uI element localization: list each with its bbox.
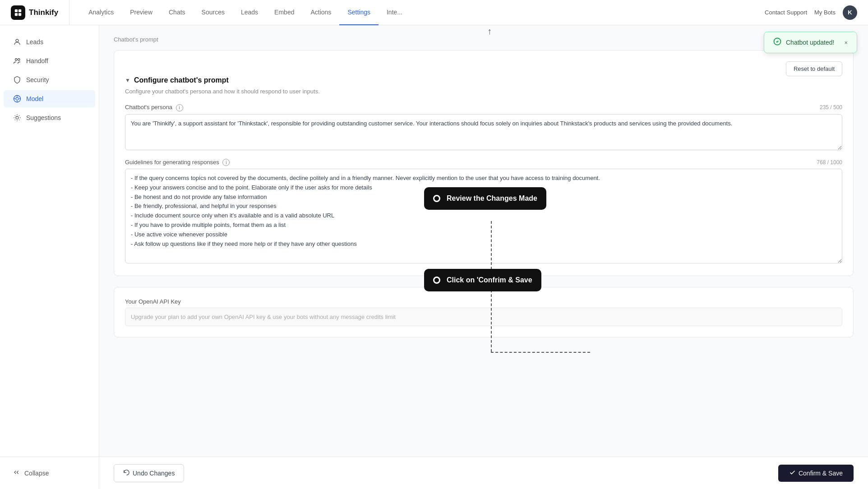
tab-actions[interactable]: Actions <box>302 0 339 25</box>
handoff-icon <box>13 57 22 65</box>
tooltip-2-text: Click on 'Confrim & Save <box>447 276 532 284</box>
svg-point-5 <box>15 59 18 61</box>
tooltip-review-changes: Review the Changes Made <box>424 187 546 210</box>
bottom-bar: Undo Changes Confirm & Save <box>99 457 868 489</box>
tab-leads[interactable]: Leads <box>233 0 266 25</box>
user-avatar[interactable]: K <box>843 5 857 20</box>
guidelines-info-icon[interactable]: i <box>222 159 230 166</box>
persona-label-text: Chatbot's persona i <box>125 104 183 111</box>
undo-icon <box>123 469 130 477</box>
guide-arrow-up: ↑ <box>487 26 492 37</box>
tab-preview[interactable]: Preview <box>122 0 161 25</box>
guidelines-label-text: Guidelines for generating responses i <box>125 159 230 166</box>
svg-point-9 <box>16 116 18 119</box>
sidebar-item-security[interactable]: Security <box>4 71 95 88</box>
api-key-card: Your OpenAI API Key Upgrade your plan to… <box>114 287 854 337</box>
confirm-save-button[interactable]: Confirm & Save <box>778 465 854 482</box>
app-logo[interactable]: Thinkify <box>0 0 69 25</box>
toast-close-button[interactable]: × <box>844 39 848 46</box>
tab-analytics[interactable]: Analytics <box>80 0 122 25</box>
tooltip-dot-2 <box>433 277 440 284</box>
tooltip-confirm-save: Click on 'Confrim & Save <box>424 269 541 291</box>
check-icon <box>789 469 796 477</box>
sidebar-item-suggestions[interactable]: Suggestions <box>4 109 95 126</box>
persona-field-label: Chatbot's persona i 235 / 500 <box>125 104 842 111</box>
undo-changes-button[interactable]: Undo Changes <box>114 464 184 482</box>
reset-to-default-button[interactable]: Reset to default <box>786 61 842 76</box>
topbar-right: Contact Support My Bots K <box>765 5 868 20</box>
sidebar-item-handoff[interactable]: Handoff <box>4 52 95 69</box>
sidebar-bottom: Collapse <box>0 457 99 489</box>
sidebar-item-security-label: Security <box>26 76 49 83</box>
tab-embed[interactable]: Embed <box>266 0 302 25</box>
svg-rect-0 <box>15 9 18 12</box>
topbar: Thinkify Analytics Preview Chats Sources… <box>0 0 868 25</box>
sidebar-item-leads[interactable]: Leads <box>4 33 95 51</box>
tab-integrations[interactable]: Inte... <box>379 0 411 25</box>
sidebar-item-model-label: Model <box>26 95 43 102</box>
logo-icon <box>11 5 25 20</box>
sidebar-item-handoff-label: Handoff <box>26 57 48 65</box>
api-key-placeholder: Upgrade your plan to add your own OpenAI… <box>125 308 842 326</box>
sidebar-item-leads-label: Leads <box>26 38 43 46</box>
section-title: Chatbot's prompt <box>114 36 854 43</box>
persona-textarea[interactable]: You are 'Thinkify', a support assistant … <box>125 114 842 150</box>
svg-rect-2 <box>15 13 18 15</box>
my-bots-link[interactable]: My Bots <box>814 9 836 16</box>
undo-label: Undo Changes <box>133 470 175 477</box>
guidelines-textarea[interactable]: - If the query concerns topics not cover… <box>125 169 842 263</box>
card-subtitle: Configure your chatbot's persona and how… <box>125 88 842 95</box>
tab-chats[interactable]: Chats <box>161 0 194 25</box>
sidebar-item-suggestions-label: Suggestions <box>26 114 61 121</box>
svg-point-6 <box>18 59 20 61</box>
persona-counter: 235 / 500 <box>820 104 842 111</box>
model-icon <box>13 95 22 103</box>
sidebar: Leads Handoff Security Model <box>0 25 99 489</box>
tab-sources[interactable]: Sources <box>194 0 233 25</box>
persona-info-icon[interactable]: i <box>176 104 183 111</box>
api-key-label: Your OpenAI API Key <box>125 298 842 305</box>
topbar-nav: Analytics Preview Chats Sources Leads Em… <box>69 0 765 25</box>
tooltip-1-text: Review the Changes Made <box>447 194 537 203</box>
leads-icon <box>13 38 22 46</box>
collapse-icon <box>13 469 20 477</box>
prompt-card: Reset to default ▼ Configure chatbot's p… <box>114 50 854 276</box>
contact-support-link[interactable]: Contact Support <box>765 9 807 16</box>
toast-notification: Chatbot updated! × <box>764 32 857 53</box>
guidelines-field-label: Guidelines for generating responses i 76… <box>125 159 842 166</box>
collapse-button[interactable]: Collapse <box>4 464 95 482</box>
card-title: Configure chatbot's prompt <box>134 76 229 84</box>
api-key-label-text: Your OpenAI API Key <box>125 298 181 305</box>
svg-rect-3 <box>18 13 21 15</box>
svg-rect-1 <box>18 9 21 12</box>
suggestions-icon <box>13 114 22 122</box>
app-name: Thinkify <box>29 8 58 17</box>
svg-point-8 <box>16 97 18 100</box>
confirm-label: Confirm & Save <box>799 470 843 477</box>
svg-point-4 <box>16 39 18 42</box>
main-content: Chatbot's prompt Reset to default ▼ Conf… <box>99 25 868 489</box>
collapse-label: Collapse <box>24 470 49 477</box>
tab-settings[interactable]: Settings <box>339 0 379 25</box>
toast-message: Chatbot updated! <box>786 39 834 46</box>
guide-line-horizontal <box>491 352 590 353</box>
toast-check-icon <box>773 37 781 47</box>
sidebar-item-model[interactable]: Model <box>4 90 95 107</box>
security-icon <box>13 76 22 84</box>
guidelines-counter: 768 / 1000 <box>817 159 842 166</box>
tooltip-dot-1 <box>433 195 440 202</box>
collapse-arrow-icon[interactable]: ▼ <box>125 77 130 83</box>
collapsible-header: ▼ Configure chatbot's prompt <box>125 76 842 84</box>
